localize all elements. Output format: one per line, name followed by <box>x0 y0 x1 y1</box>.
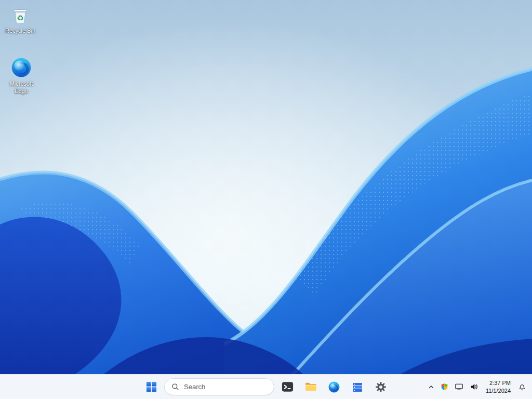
edge-icon <box>10 56 33 79</box>
start-button[interactable] <box>141 377 162 397</box>
windows-logo-icon <box>145 381 157 393</box>
system-tray: 2:37 PM 11/1/2024 <box>425 375 529 399</box>
notification-bell-icon <box>518 383 526 391</box>
search-label: Search <box>184 383 205 391</box>
clock-time: 2:37 PM <box>489 379 511 387</box>
edge-desktop-label: Microsoft Edge <box>5 81 37 95</box>
desktop: ♻ Recycle Bin Microsoft Edge <box>0 0 532 399</box>
desktop-icon-recycle-bin[interactable]: ♻ Recycle Bin <box>3 4 37 36</box>
svg-text:♻: ♻ <box>17 14 23 22</box>
recycle-bin-label: Recycle Bin <box>5 28 35 35</box>
taskbar-center-group: Search <box>141 375 391 399</box>
windows-security-shield-icon <box>441 383 448 391</box>
file-explorer-icon <box>304 380 317 393</box>
chevron-up-icon <box>428 384 434 390</box>
terminal-app-button[interactable] <box>277 377 298 397</box>
clock-date: 11/1/2024 <box>486 387 511 395</box>
network-tray-button[interactable] <box>452 377 466 397</box>
settings-gear-icon <box>375 381 387 393</box>
network-icon <box>455 382 463 391</box>
taskbar-clock[interactable]: 2:37 PM 11/1/2024 <box>482 377 514 397</box>
search-box[interactable]: Search <box>164 378 274 395</box>
desktop-icon-microsoft-edge[interactable]: Microsoft Edge <box>4 55 38 96</box>
server-stack-icon <box>351 381 364 393</box>
file-explorer-button[interactable] <box>300 377 321 397</box>
taskbar: Search <box>0 374 532 399</box>
edge-icon <box>328 381 340 393</box>
search-icon <box>171 383 179 391</box>
server-manager-button[interactable] <box>347 377 368 397</box>
windows-security-tray-button[interactable] <box>438 377 451 397</box>
settings-button[interactable] <box>370 377 391 397</box>
notification-center-button[interactable] <box>515 377 529 397</box>
terminal-icon <box>281 380 294 393</box>
wallpaper <box>0 0 532 399</box>
volume-icon <box>470 382 478 391</box>
edge-app-button[interactable] <box>324 377 344 397</box>
tray-overflow-button[interactable] <box>425 377 437 397</box>
volume-tray-button[interactable] <box>467 377 481 397</box>
recycle-bin-icon: ♻ <box>10 5 31 26</box>
